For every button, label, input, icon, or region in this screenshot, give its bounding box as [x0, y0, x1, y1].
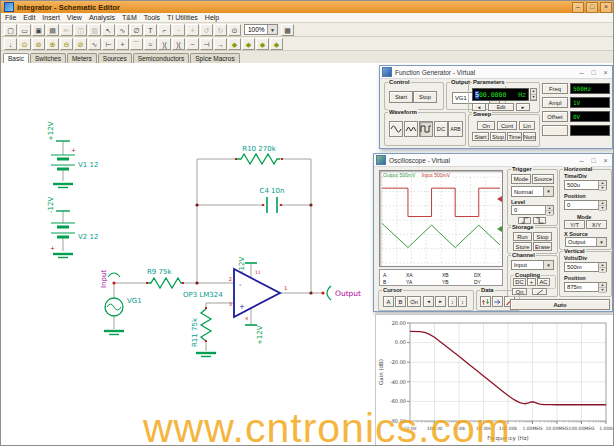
ammeter-button[interactable]: ⊕ [46, 38, 59, 50]
zoom-out-button[interactable]: − [172, 24, 185, 36]
auto-button[interactable]: Auto [510, 299, 610, 310]
battery-button[interactable]: ⊘ [74, 38, 87, 50]
ac-source-button[interactable]: ~ [186, 38, 199, 50]
resistor-button[interactable]: ∿ [88, 38, 101, 50]
timediv-spinner[interactable]: 500u▲▼ [564, 180, 607, 190]
coupled-coil-button[interactable]: )( [172, 38, 185, 50]
tab-sources[interactable]: Sources [98, 53, 132, 63]
inductor-button[interactable]: ⌒ [130, 38, 143, 50]
fg-title-bar[interactable]: Function Generator - Virtual – □ × [380, 66, 612, 79]
storage-stop-button[interactable]: Stop [533, 232, 552, 241]
sweep-num-button[interactable]: Num [523, 132, 536, 141]
v-position-spinner[interactable]: 875m▲▼ [564, 282, 607, 292]
fg-close-button[interactable]: × [601, 68, 610, 77]
trigger-mode-dropdown[interactable]: Normal▼ [511, 186, 554, 197]
menu-item-edit[interactable]: Edit [23, 14, 35, 21]
cut-button[interactable]: ✂ [60, 24, 73, 36]
chevron-down-icon[interactable]: ▼ [596, 238, 606, 246]
menu-item-analysis[interactable]: Analysis [89, 14, 115, 21]
square-wave-button[interactable] [419, 121, 433, 137]
zoom-level-dropdown[interactable]: 100%▼ [244, 24, 278, 35]
sweep-lin-button[interactable]: Lin [519, 121, 535, 130]
menu-item-ti-utilities[interactable]: TI Utilities [167, 14, 198, 21]
tab-basic[interactable]: Basic [3, 53, 29, 63]
resistor-r11[interactable] [201, 309, 211, 341]
cursor-updown-a-button[interactable]: ↕ [448, 296, 457, 307]
channel-dropdown[interactable]: Input▼ [511, 260, 554, 270]
cursor-updown-b-button[interactable]: ↕ [458, 296, 467, 307]
cursor-left-button[interactable]: ◄ [423, 296, 434, 307]
trigger-level-spinner[interactable]: 0▲▼ [511, 205, 554, 215]
trigger-mode-button[interactable]: Mode [511, 174, 531, 184]
fg-offset-label-button[interactable]: Offset [542, 111, 568, 122]
h-position-spinner[interactable]: 0▲▼ [564, 200, 607, 210]
sweep-on-button[interactable]: On [477, 121, 495, 130]
voltsdiv-spinner[interactable]: 500m▲▼ [564, 262, 607, 272]
mode-yt-button[interactable]: Y/T [564, 220, 585, 229]
fg-freq-label-button[interactable]: Freq [542, 83, 568, 94]
fg-stop-button[interactable]: Stop [413, 91, 437, 103]
fg-edit-button[interactable]: Edit [488, 103, 514, 111]
rotate-right-button[interactable]: ↻ [214, 24, 227, 36]
voltmeter-button[interactable]: ⊚ [32, 38, 45, 50]
fg-minimize-button[interactable]: – [577, 68, 586, 77]
trigger-source-button[interactable]: Source [532, 174, 554, 184]
potentiometer-button[interactable]: ⊢ [102, 38, 115, 50]
sweep-cont-button[interactable]: Cont [497, 121, 517, 130]
paste-button[interactable]: ▥ [88, 24, 101, 36]
macro-d-button[interactable]: ◆ [270, 38, 283, 50]
io-view-button[interactable]: ▦ [281, 24, 294, 36]
arrow-button[interactable]: → [214, 38, 227, 50]
ground-r11[interactable] [196, 353, 216, 357]
opamp-op3[interactable]: - + [234, 269, 280, 317]
controlled-source-button[interactable]: ⊣ [200, 38, 213, 50]
rising-edge-button[interactable] [518, 217, 531, 225]
sine-wave-button[interactable] [389, 121, 403, 137]
coupling-ac-button[interactable]: AC [537, 278, 550, 286]
menu-item-view[interactable]: View [67, 14, 82, 21]
menu-item-t-m[interactable]: T&M [122, 14, 137, 21]
menu-item-file[interactable]: File [5, 14, 16, 21]
close-button[interactable]: × [600, 2, 612, 13]
storage-erase-button[interactable]: Erase [533, 242, 552, 251]
last-component-button[interactable]: ∿ [116, 24, 129, 36]
title-bar[interactable]: integrator - Schematic Editor – □ × [1, 1, 614, 13]
sweep-stop-button[interactable]: Stop [490, 132, 506, 141]
wire-tool-button[interactable]: ⌐ [158, 24, 171, 36]
arb-button[interactable]: ARB [448, 121, 463, 137]
scope-minimize-button[interactable]: – [577, 156, 586, 165]
capacitor-button[interactable]: ≈ [144, 38, 157, 50]
resistor-r9[interactable] [147, 278, 183, 288]
wire-button[interactable]: ↓ [4, 38, 17, 50]
rotate-left-button[interactable]: ↺ [200, 24, 213, 36]
power-supply-button[interactable]: ⊖ [60, 38, 73, 50]
chevron-down-icon[interactable]: ▼ [543, 187, 553, 196]
ground-v1[interactable] [53, 184, 73, 188]
save-button[interactable]: ▣ [32, 24, 45, 36]
macro-c-button[interactable]: ◆ [256, 38, 269, 50]
tab-semiconductors[interactable]: Semiconductors [133, 53, 190, 63]
chevron-down-icon[interactable]: ▼ [267, 25, 277, 34]
fg-ampl-label-button[interactable]: Ampl [542, 97, 568, 108]
jumper-button[interactable]: + [116, 38, 129, 50]
generator-vg1[interactable] [105, 298, 123, 316]
select-mode-button[interactable]: ↖ [102, 24, 115, 36]
maximize-button[interactable]: □ [586, 2, 598, 13]
channel-on-button[interactable]: On [512, 288, 527, 295]
zoom-tool-button[interactable]: ⊙ [228, 24, 241, 36]
chevron-down-icon[interactable]: ▼ [543, 261, 553, 269]
macro-b-button[interactable]: ◆ [242, 38, 255, 50]
tab-spice-macros[interactable]: Spice Macros [190, 53, 239, 63]
voltage-pin-button[interactable]: ⊙ [18, 38, 31, 50]
fg-frequency-spinner[interactable]: ▲▼ [530, 88, 537, 101]
export-curves-button[interactable] [480, 296, 491, 307]
slope-button[interactable] [532, 288, 547, 295]
print-button[interactable]: ▤ [46, 24, 59, 36]
delete-button[interactable]: ∅ [130, 24, 143, 36]
ground-v2[interactable] [53, 254, 73, 258]
open-button[interactable]: ▭ [18, 24, 31, 36]
tab-meters[interactable]: Meters [67, 53, 97, 63]
input-port-symbol[interactable] [108, 273, 120, 277]
fg-start-button[interactable]: Start [389, 91, 413, 103]
menu-item-insert[interactable]: Insert [42, 14, 60, 21]
